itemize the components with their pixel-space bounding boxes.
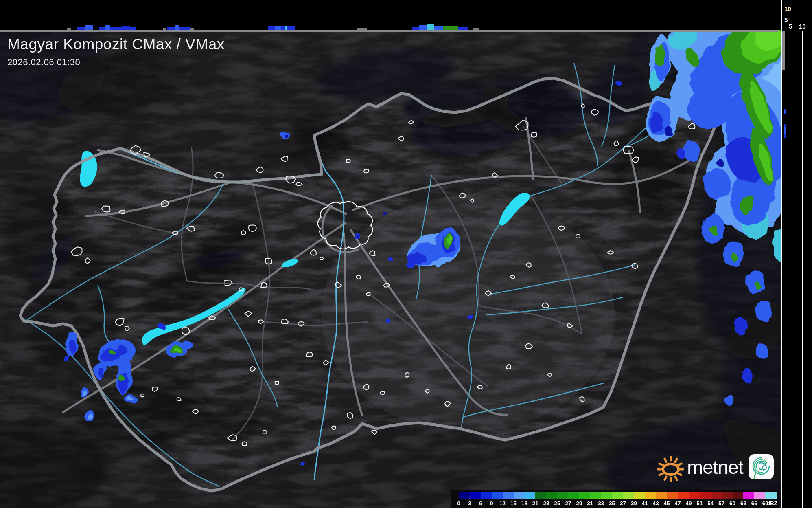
sun-icon [654,451,685,482]
legend-color-cell [612,492,623,499]
top-profile-echo-mark [85,25,93,30]
legend-color-cell [678,492,689,499]
radar-echo-blob [717,159,724,167]
legend-color-cell [645,492,656,499]
legend-tick-label: 9 [490,500,493,506]
top-profile-gridline [0,9,781,9]
legend-tick-label: 41 [642,500,648,506]
legend-tick-label: 60 [729,500,735,506]
radar-echo-blob [711,226,718,235]
radar-echo-blob [677,149,685,158]
legend-color-cell [743,492,754,499]
legend-tick-label: 21 [532,500,538,506]
title-block: Magyar Kompozit CMax / VMax 2026.02.06 0… [7,36,225,68]
top-profile-echo-mark [122,26,130,30]
radar-echo-blob [69,339,76,353]
profile-axes-corner: 105 [782,0,812,30]
radar-echo-blob [118,375,124,382]
right-profile-gridline [802,31,803,508]
radar-echo-blob [385,319,390,323]
legend-color-cell [470,492,481,499]
top-axis-tick-label: 5 [784,16,788,23]
top-profile-echo-mark [105,25,110,30]
legend-color-cell [557,492,568,499]
legend-tick-label: 18 [521,500,527,506]
radar-echo-blob [683,141,700,162]
radar-screen: 105 510 Magyar Kompozit CMax / VMax 2026… [0,0,812,508]
legend-color-cell [754,492,765,499]
legend-color-cell [579,492,590,499]
radar-echo-blob [755,299,772,321]
radar-echo-blob [109,349,114,353]
top-profile-echo-mark [67,28,71,30]
top-profile-echo-mark [268,26,295,30]
radar-echo-blob [127,398,133,402]
legend-tick-label: 39 [631,500,637,506]
top-profile-echo-mark [412,27,420,30]
legend-color-cell [535,492,546,499]
radar-echo-blob [98,368,105,378]
legend-color-cell [711,492,722,499]
profile-panel-divider [781,0,782,508]
legend-tick-label: 63 [740,500,746,506]
radar-echo-blob [756,343,768,359]
reflectivity-legend: 0369121518212325272931333537394143454749… [451,490,779,508]
legend-color-cell [634,492,645,499]
right-profile-gridline [792,31,792,508]
top-profile-echo-mark [427,24,434,30]
legend-tick-label: 3 [468,500,471,506]
legend-color-cell [546,492,557,499]
legend-tick-label: 47 [674,500,681,506]
top-profile-echo-mark [458,27,468,30]
legend-color-cell [623,492,634,499]
legend-color-cell [524,492,535,499]
legend-tick-label: 27 [565,500,571,506]
radar-echo-blob [64,356,70,362]
legend-tick-label: 43 [653,500,659,506]
radar-echo-blob [82,391,87,396]
radar-echo-blob [725,394,734,406]
radar-echo-blob [88,413,93,420]
top-height-profile-panel [0,0,781,30]
logo-text: metnet [687,456,743,478]
top-profile-echo-mark [163,28,166,30]
legend-color-cell [601,492,612,499]
right-profile-echo-mark [784,110,786,113]
legend-color-cell [722,492,733,499]
radar-echo-blob [158,323,165,329]
legend-color-cell [514,492,525,499]
radar-echo-blob [300,462,305,466]
legend-tick-label: 25 [554,500,560,506]
panel-border-gray-bar [782,31,785,70]
legend-color-cell [765,492,776,499]
legend-color-cell [459,492,470,499]
top-axis-tick-label: 10 [784,5,791,12]
radar-echo-blob [382,211,387,216]
top-profile-echo-mark [175,25,179,30]
legend-tick-label: 37 [620,500,626,506]
radar-echo-blob [755,283,761,289]
radar-echo-blob [746,270,765,294]
legend-color-cell [590,492,601,499]
right-height-profile-panel [782,0,812,508]
legend-tick-label: 12 [499,500,506,506]
legend-color-cell [503,492,514,499]
top-profile-echo-mark [473,28,479,30]
radar-echo-blob [115,345,127,354]
metnet-swirl-icon [748,454,774,480]
radar-echo-blob [182,341,193,348]
radar-echo-blob [388,257,393,262]
legend-tick-label: 33 [598,500,604,506]
legend-color-cell [568,492,579,499]
top-profile-echo-mark [190,28,194,30]
map-container [0,0,812,508]
legend-color-cell [481,492,492,499]
radar-echo-blob [468,315,474,320]
legend-tick-label: 49 [685,500,692,506]
legend-tick-label: 29 [576,500,582,506]
legend-color-cell [700,492,711,499]
radar-echo-blob [357,235,360,238]
legend-tick-label: 35 [609,500,615,506]
legend-color-cell [733,492,744,499]
legend-color-cell [492,492,503,499]
